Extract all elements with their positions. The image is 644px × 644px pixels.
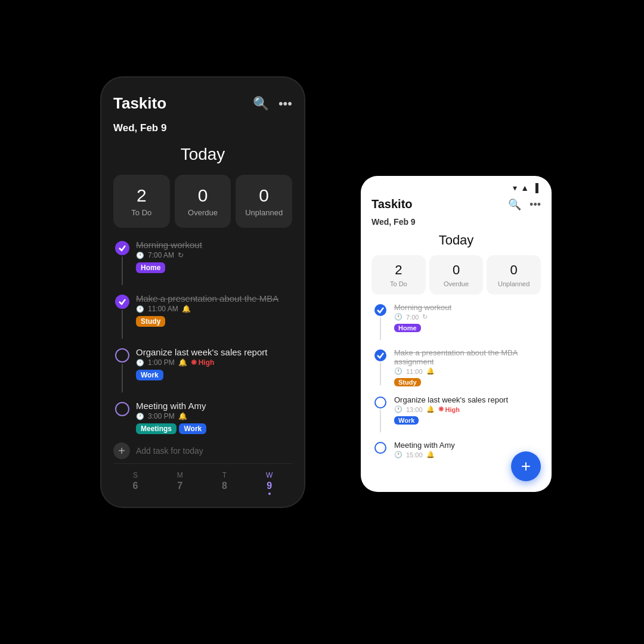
search-icon[interactable]: 🔍 bbox=[253, 96, 269, 112]
light-phone: ▾ ▲ ▐ Taskito 🔍 ••• Wed, Feb 9 Today 2 T… bbox=[361, 176, 552, 492]
task-name: Organize last week's sales report bbox=[394, 395, 541, 404]
task-name: Meeting with Amy bbox=[136, 401, 292, 411]
tag-meetings: Meetings bbox=[136, 423, 177, 434]
stat-overdue-label: Overdue bbox=[181, 208, 225, 217]
alarm-icon: 🔔 bbox=[178, 358, 187, 367]
task-line-col bbox=[113, 402, 131, 416]
stat-unplanned[interactable]: 0 Unplanned bbox=[236, 175, 292, 228]
list-item[interactable]: Meeting with Amy 🕐 3:00 PM 🔔 Meetings Wo… bbox=[113, 401, 292, 434]
list-item[interactable]: Make a presentation about the MBA assign… bbox=[371, 348, 541, 387]
dark-header-icons: 🔍 ••• bbox=[253, 96, 292, 112]
tag-work: Work bbox=[394, 416, 419, 425]
add-task-label: Add task for today bbox=[136, 446, 203, 456]
task-time: 7:00 bbox=[406, 314, 419, 321]
clock-icon: 🕐 bbox=[394, 313, 402, 321]
tag-home: Home bbox=[136, 262, 165, 273]
light-app-title: Taskito bbox=[371, 197, 413, 211]
stat-todo[interactable]: 2 To Do bbox=[113, 175, 170, 228]
task-time: 1:00 PM bbox=[148, 358, 175, 367]
nav-day-num: 6 bbox=[133, 481, 138, 491]
stat-todo-number: 2 bbox=[119, 185, 164, 206]
signal-icon: ▲ bbox=[521, 183, 529, 193]
add-task-row[interactable]: + Add task for today bbox=[113, 442, 292, 459]
task-todo-circle bbox=[374, 442, 386, 454]
light-header-icons: 🔍 ••• bbox=[508, 198, 541, 211]
dark-today-heading: Today bbox=[113, 145, 292, 164]
task-done-circle bbox=[374, 349, 386, 361]
repeat-icon: ↻ bbox=[422, 313, 428, 321]
task-meta: 🕐 13:00 🔔 ❋ High bbox=[394, 405, 541, 413]
task-line-col bbox=[113, 295, 131, 339]
nav-day-s[interactable]: S 6 bbox=[133, 471, 138, 495]
dark-date-label: Wed, Feb 9 bbox=[113, 122, 292, 134]
light-stat-overdue[interactable]: 0 Overdue bbox=[429, 255, 484, 295]
light-stat-unplanned[interactable]: 0 Unplanned bbox=[487, 255, 541, 295]
task-content: Morning workout 🕐 7:00 ↻ Home bbox=[394, 303, 541, 333]
task-line-col bbox=[371, 397, 389, 432]
nav-day-t[interactable]: T 8 bbox=[222, 471, 227, 495]
task-name: Meeting with Amy bbox=[394, 441, 541, 450]
bottom-nav: S 6 M 7 T 8 W 9 bbox=[113, 463, 292, 495]
task-meta: 🕐 7:00 AM ↻ bbox=[136, 251, 292, 259]
more-icon[interactable]: ••• bbox=[530, 199, 541, 210]
list-item[interactable]: Make a presentation about the MBA 🕐 11:0… bbox=[113, 293, 292, 339]
light-stat-unplanned-label: Unplanned bbox=[491, 280, 536, 287]
priority-icon: ❋ bbox=[438, 405, 444, 413]
light-stat-todo-number: 2 bbox=[376, 262, 421, 278]
task-line-col bbox=[113, 348, 131, 392]
task-time: 3:00 PM bbox=[148, 412, 175, 420]
task-meta: 🕐 7:00 ↻ bbox=[394, 313, 541, 321]
priority-icon: ❋ bbox=[191, 358, 197, 367]
tag-study: Study bbox=[394, 378, 421, 386]
task-meta: 🕐 1:00 PM 🔔 ❋ High bbox=[136, 358, 292, 367]
priority-badge: ❋ High bbox=[438, 405, 460, 413]
dark-task-list: Morning workout 🕐 7:00 AM ↻ Home Make a … bbox=[113, 240, 292, 463]
nav-day-abbr: M bbox=[177, 471, 183, 479]
nav-day-w[interactable]: W 9 bbox=[266, 471, 273, 495]
clock-icon: 🕐 bbox=[136, 252, 144, 259]
clock-icon: 🕐 bbox=[394, 405, 402, 413]
list-item[interactable]: Morning workout 🕐 7:00 AM ↻ Home bbox=[113, 240, 292, 285]
alarm-icon: 🔔 bbox=[426, 367, 435, 375]
search-icon[interactable]: 🔍 bbox=[508, 199, 521, 210]
light-today-heading: Today bbox=[371, 233, 541, 248]
list-item[interactable]: Morning workout 🕐 7:00 ↻ Home bbox=[371, 303, 541, 340]
clock-icon: 🕐 bbox=[394, 451, 402, 459]
tag-work: Work bbox=[136, 370, 163, 380]
task-line-col bbox=[113, 241, 131, 285]
more-icon[interactable]: ••• bbox=[278, 96, 292, 112]
task-meta: 🕐 3:00 PM 🔔 bbox=[136, 412, 292, 420]
light-date-label: Wed, Feb 9 bbox=[371, 217, 541, 227]
task-line-col bbox=[371, 304, 389, 340]
dark-stats-row: 2 To Do 0 Overdue 0 Unplanned bbox=[113, 175, 292, 228]
task-connector bbox=[380, 363, 381, 385]
priority-label: High bbox=[445, 406, 460, 413]
list-item[interactable]: Organize last week's sales report 🕐 1:00… bbox=[113, 347, 292, 392]
alarm-icon: 🔔 bbox=[182, 305, 191, 313]
add-task-icon: + bbox=[113, 442, 130, 459]
wifi-icon: ▾ bbox=[513, 183, 517, 193]
fab-button[interactable]: + bbox=[511, 451, 541, 481]
light-stat-overdue-number: 0 bbox=[434, 262, 479, 278]
nav-day-m[interactable]: M 7 bbox=[177, 471, 183, 495]
task-todo-circle bbox=[115, 402, 129, 416]
nav-day-abbr: W bbox=[266, 471, 273, 479]
task-done-circle bbox=[374, 304, 386, 316]
light-stat-todo[interactable]: 2 To Do bbox=[371, 255, 426, 295]
task-content: Organize last week's sales report 🕐 1:00… bbox=[136, 347, 292, 380]
task-name: Organize last week's sales report bbox=[136, 347, 292, 357]
task-name: Morning workout bbox=[136, 240, 292, 250]
stat-overdue[interactable]: 0 Overdue bbox=[175, 175, 231, 228]
dark-phone: Taskito 🔍 ••• Wed, Feb 9 Today 2 To Do 0… bbox=[101, 78, 304, 507]
light-stat-overdue-label: Overdue bbox=[434, 280, 479, 287]
alarm-icon: 🔔 bbox=[178, 412, 187, 420]
task-connector bbox=[122, 364, 123, 392]
clock-icon: 🕐 bbox=[394, 367, 402, 375]
tag-work: Work bbox=[179, 423, 206, 434]
light-task-list: Morning workout 🕐 7:00 ↻ Home Make a pre… bbox=[371, 303, 541, 481]
list-item[interactable]: Organize last week's sales report 🕐 13:0… bbox=[371, 395, 541, 432]
stat-unplanned-label: Unplanned bbox=[242, 208, 286, 217]
clock-icon: 🕐 bbox=[136, 305, 144, 313]
nav-day-num: 8 bbox=[222, 481, 227, 491]
task-done-circle bbox=[115, 241, 129, 255]
